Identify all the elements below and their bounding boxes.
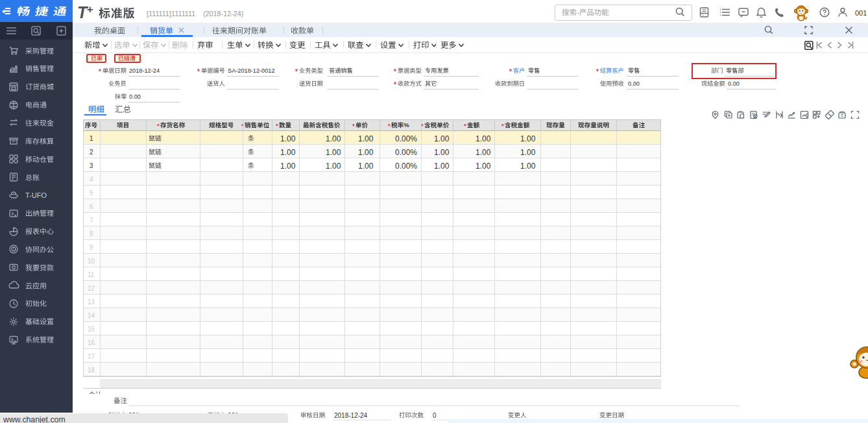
svg-text:*: * [394, 68, 396, 75]
svg-text:1.00: 1.00 [434, 161, 450, 170]
svg-text:*: * [509, 68, 512, 75]
svg-text:9: 9 [90, 243, 93, 250]
svg-text:%: % [404, 122, 409, 129]
svg-text:7: 7 [90, 216, 93, 223]
svg-text:2018-12-24: 2018-12-24 [129, 67, 160, 74]
svg-text:14: 14 [88, 311, 95, 319]
svg-text:13: 13 [88, 298, 95, 305]
svg-text:12: 12 [88, 284, 95, 291]
svg-text:+: + [87, 3, 93, 16]
svg-text:*: * [394, 81, 396, 88]
svg-text:3: 3 [90, 162, 93, 169]
svg-text:1.00: 1.00 [476, 161, 491, 170]
svg-text:17: 17 [88, 352, 95, 359]
svg-text:*: * [157, 123, 160, 130]
svg-text:001: 001 [855, 8, 867, 16]
svg-text:16: 16 [88, 339, 95, 346]
svg-text:1.00: 1.00 [358, 147, 374, 156]
svg-text:1.00: 1.00 [434, 134, 450, 143]
svg-text:1.00: 1.00 [280, 161, 296, 170]
svg-text:1.00: 1.00 [326, 147, 341, 156]
svg-text:T-UFO: T-UFO [25, 191, 47, 199]
svg-text:1.00: 1.00 [520, 147, 536, 156]
svg-text:18: 18 [88, 366, 95, 373]
svg-text:15: 15 [88, 325, 95, 332]
svg-text:1.00: 1.00 [280, 147, 296, 156]
svg-text:10: 10 [88, 257, 95, 264]
svg-text:*: * [197, 68, 200, 75]
svg-text:0.00: 0.00 [628, 80, 640, 87]
svg-text:4: 4 [90, 175, 93, 182]
svg-text:SA-2018-12-0012: SA-2018-12-0012 [228, 67, 275, 74]
svg-text:1.00: 1.00 [280, 134, 296, 143]
svg-text:-: - [577, 8, 579, 16]
svg-text:(2018-12-24): (2018-12-24) [203, 10, 243, 18]
svg-text:www.chanjet.com: www.chanjet.com [3, 415, 66, 423]
svg-text:*: * [596, 68, 599, 75]
svg-text:1.00: 1.00 [476, 147, 491, 156]
svg-text:0.00%: 0.00% [395, 147, 417, 156]
svg-text:*: * [352, 123, 355, 130]
svg-text:6: 6 [90, 202, 93, 210]
svg-text:*: * [99, 68, 101, 75]
svg-text:1.00: 1.00 [358, 134, 374, 143]
svg-text:1.00: 1.00 [358, 161, 374, 170]
svg-text:1.00: 1.00 [476, 134, 491, 143]
svg-text:8: 8 [90, 230, 93, 237]
svg-text:1.00: 1.00 [326, 161, 341, 170]
svg-text:1.00: 1.00 [520, 134, 536, 143]
svg-text:[111111]1111111: [111111]1111111 [147, 10, 195, 18]
svg-text:1.00: 1.00 [434, 147, 450, 156]
svg-text:2018-12-24: 2018-12-24 [334, 411, 368, 418]
svg-text:*: * [501, 123, 504, 130]
svg-text:5: 5 [90, 189, 93, 196]
svg-text:1: 1 [90, 134, 93, 141]
svg-text:0.00: 0.00 [728, 80, 740, 87]
svg-text:0.00%: 0.00% [395, 134, 417, 143]
svg-text:*: * [276, 123, 278, 130]
svg-text:2: 2 [90, 148, 93, 155]
svg-text:*: * [388, 123, 391, 130]
svg-text:0.00%: 0.00% [395, 161, 417, 170]
svg-text:*: * [295, 68, 298, 75]
svg-text:11: 11 [88, 271, 95, 278]
svg-text:1.00: 1.00 [520, 161, 536, 170]
svg-text:0.00: 0.00 [129, 93, 141, 100]
svg-text:0: 0 [433, 411, 437, 418]
svg-text:1.00: 1.00 [326, 134, 341, 143]
svg-text:*: * [464, 123, 466, 130]
